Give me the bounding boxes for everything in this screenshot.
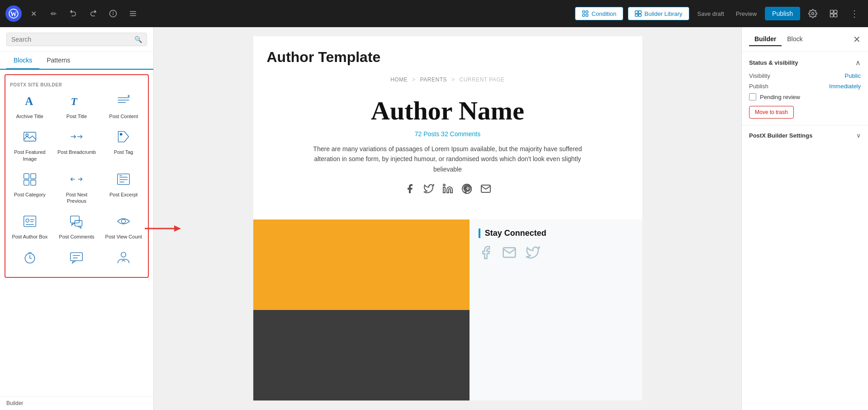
pinterest-icon <box>461 183 472 197</box>
post-view-count-icon <box>116 214 131 231</box>
sidebar-bottom-label: Builder <box>0 396 153 410</box>
status-visibility-header: Status & visibility ∧ <box>749 58 861 67</box>
info-button[interactable] <box>105 5 121 22</box>
svg-text:A: A <box>25 95 33 107</box>
publish-field-value[interactable]: Immediately <box>829 83 861 90</box>
right-sidebar-close-button[interactable]: ✕ <box>853 34 861 45</box>
block-item-timer[interactable] <box>7 246 52 273</box>
search-input[interactable] <box>11 36 134 43</box>
condition-label: Condition <box>592 10 617 17</box>
person-icon <box>116 250 131 267</box>
pending-review-checkbox[interactable] <box>749 93 756 100</box>
gear-button[interactable] <box>805 5 821 22</box>
publish-field-label: Publish <box>749 83 768 90</box>
postx-builder-settings[interactable]: PostX Builder Settings ∨ <box>742 125 868 145</box>
chat-icon <box>69 250 84 267</box>
visibility-value[interactable]: Public <box>845 72 861 79</box>
postx-settings-label: PostX Builder Settings <box>749 132 812 139</box>
breadcrumb-parents: PARENTS <box>420 76 447 83</box>
builder-library-label: Builder Library <box>645 10 683 17</box>
block-item-post-content[interactable]: Post Content <box>101 89 146 123</box>
block-item-post-view-count[interactable]: Post View Count <box>101 210 146 243</box>
twitter-icon <box>423 183 434 197</box>
search-input-wrap[interactable]: 🔍 <box>6 33 147 46</box>
sidebar-tabs: Blocks Patterns <box>0 52 153 70</box>
block-item-post-tag[interactable]: Post Tag <box>101 125 146 166</box>
breadcrumb: HOME > PARENTS > CURRENT PAGE <box>253 73 642 86</box>
block-item-post-excerpt[interactable]: Post Excerpt <box>101 167 146 208</box>
blocks-toggle-button[interactable] <box>825 5 842 22</box>
sidebar-search: 🔍 <box>0 27 153 52</box>
post-images <box>253 219 470 400</box>
svg-rect-15 <box>638 14 641 16</box>
post-next-previous-icon <box>69 172 84 189</box>
svg-rect-20 <box>834 14 837 17</box>
save-draft-button[interactable]: Save draft <box>694 8 728 20</box>
post-tag-icon <box>116 129 131 146</box>
right-tabs: Builder Block <box>749 33 808 46</box>
svg-rect-39 <box>118 174 130 184</box>
post-image-2 <box>253 310 470 400</box>
svg-rect-8 <box>583 11 585 13</box>
social-icons <box>267 183 629 197</box>
status-visibility-toggle[interactable]: ∧ <box>855 58 861 67</box>
post-image-1 <box>253 219 470 310</box>
bottom-section: Stay Connected <box>253 219 642 400</box>
postx-settings-chevron: ∨ <box>856 132 861 139</box>
block-item-archive-title[interactable]: A Archive Title <box>7 89 52 123</box>
pencil-button[interactable]: ✏ <box>45 5 62 22</box>
tab-blocks[interactable]: Blocks <box>6 52 39 70</box>
publish-button[interactable]: Publish <box>765 7 800 20</box>
post-title-label: Post Title <box>66 113 87 119</box>
post-author-box-label: Post Author Box <box>12 234 47 240</box>
block-item-chat[interactable] <box>54 246 100 273</box>
block-item-post-next-previous[interactable]: Post Next Previous <box>54 167 100 208</box>
svg-rect-11 <box>586 14 588 16</box>
block-item-post-comments[interactable]: Post Comments <box>54 210 100 243</box>
svg-rect-28 <box>24 133 36 142</box>
tab-builder[interactable]: Builder <box>749 33 782 46</box>
pending-review-label: Pending review <box>760 94 800 100</box>
block-item-post-category[interactable]: Post Category <box>7 167 52 208</box>
post-category-icon <box>23 172 37 189</box>
tab-block[interactable]: Block <box>782 33 808 46</box>
condition-button[interactable]: Condition <box>575 7 623 20</box>
svg-rect-19 <box>830 14 834 17</box>
block-item-post-author-box[interactable]: Post Author Box <box>7 210 52 243</box>
timer-icon <box>23 250 37 267</box>
undo-button[interactable] <box>65 5 81 22</box>
block-item-post-title[interactable]: T Post Title <box>54 89 100 123</box>
status-visibility-section: Status & visibility ∧ Visibility Public … <box>742 52 868 125</box>
more-options-button[interactable]: ⋮ <box>846 5 863 22</box>
post-breadcrumb-label: Post Breadcrumb <box>57 149 96 155</box>
postx-site-builder-section: POSTX SITE BUILDER A Archive Title <box>5 74 149 278</box>
move-to-trash-button[interactable]: Move to trash <box>749 106 794 119</box>
right-sidebar-header: Builder Block ✕ <box>742 27 868 52</box>
svg-rect-56 <box>71 253 83 261</box>
blocks-grid: A Archive Title T Post Title <box>7 89 146 273</box>
author-bio: There are many variations of passages of… <box>312 144 583 174</box>
block-item-post-breadcrumb[interactable]: Post Breadcrumb <box>54 125 100 166</box>
stay-connected-twitter <box>526 245 540 263</box>
redo-button[interactable] <box>85 5 101 22</box>
breadcrumb-sep2: > <box>451 76 455 83</box>
list-button[interactable] <box>125 5 141 22</box>
preview-button[interactable]: Preview <box>732 8 760 20</box>
post-excerpt-icon <box>116 172 131 189</box>
stay-connected-social-icons <box>479 245 633 263</box>
svg-rect-17 <box>830 10 834 14</box>
canvas-title: Author Template <box>267 49 629 66</box>
visibility-row: Visibility Public <box>749 72 861 79</box>
builder-library-button[interactable]: Builder Library <box>628 7 689 20</box>
post-featured-image-icon <box>23 129 37 146</box>
svg-rect-35 <box>24 180 29 186</box>
block-item-post-featured-image[interactable]: Post Featured Image <box>7 125 52 166</box>
tab-patterns[interactable]: Patterns <box>39 52 77 70</box>
canvas-content: Author Template HOME > PARENTS > CURRENT… <box>253 36 642 400</box>
svg-point-59 <box>121 252 126 257</box>
svg-point-51 <box>122 219 126 224</box>
post-comments-label: Post Comments <box>59 234 94 240</box>
status-visibility-title: Status & visibility <box>749 59 798 66</box>
close-button[interactable]: ✕ <box>25 5 42 22</box>
block-item-person[interactable] <box>101 246 146 273</box>
